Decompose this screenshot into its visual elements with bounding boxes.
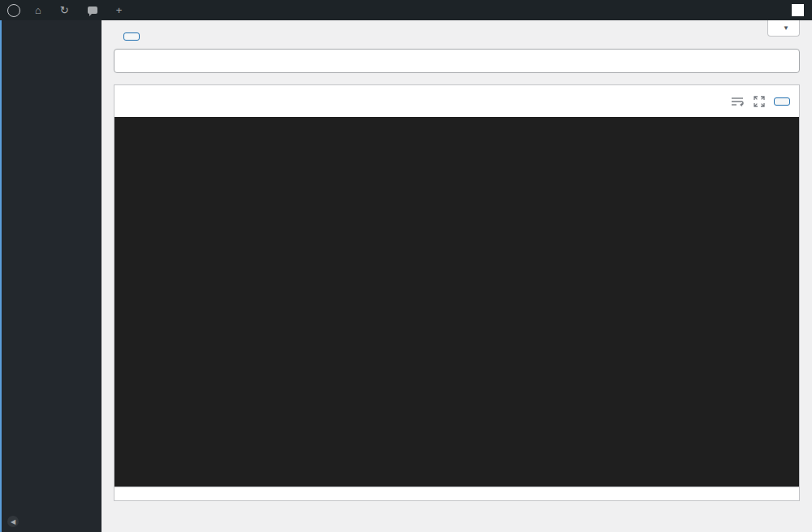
wp-logo-menu[interactable] [0, 0, 28, 20]
code-editor[interactable] [114, 117, 799, 487]
view-title-input[interactable] [114, 49, 800, 73]
collapse-arrow-icon: ◀ [7, 516, 19, 527]
site-name-menu[interactable]: ⌂ [28, 0, 53, 20]
insert-field-button[interactable] [774, 97, 790, 106]
editor-help-note [114, 487, 799, 500]
new-content-menu[interactable]: + [109, 0, 134, 20]
comments-menu[interactable] [80, 0, 109, 20]
comment-bubble-icon [88, 6, 97, 14]
screen-options-button[interactable]: ▼ [767, 20, 800, 37]
metabox-submenu [0, 20, 102, 28]
word-wrap-icon[interactable] [730, 96, 745, 107]
admin-sidebar: ◀ [0, 20, 102, 532]
add-new-view-button[interactable] [123, 32, 140, 41]
updates-icon: ↻ [60, 5, 69, 15]
window-edge [0, 20, 2, 532]
fullscreen-icon[interactable] [754, 96, 765, 107]
home-icon: ⌂ [35, 5, 41, 15]
wordpress-logo-icon [7, 4, 20, 17]
view-editor-panel [114, 84, 800, 501]
editor-header [114, 85, 799, 117]
collapse-menu-button[interactable]: ◀ [0, 511, 102, 532]
avatar[interactable] [792, 4, 804, 16]
chevron-down-icon: ▼ [783, 24, 789, 32]
wp-engine-quick-links-menu[interactable] [133, 0, 148, 20]
admin-bar: ⌂ ↻ + [0, 0, 812, 20]
plus-icon: + [116, 5, 123, 15]
main-content: ▼ [102, 20, 812, 532]
updates-menu[interactable]: ↻ [53, 0, 80, 20]
